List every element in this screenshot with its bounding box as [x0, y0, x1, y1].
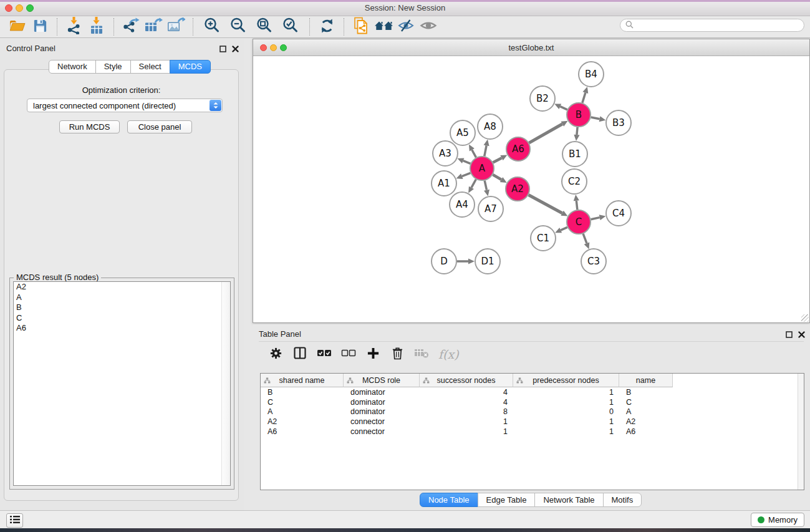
close-panel-icon[interactable] [798, 329, 805, 341]
network-from-file-button[interactable] [350, 17, 372, 37]
search-box[interactable] [620, 19, 804, 32]
delete-column-button[interactable] [390, 345, 405, 364]
network-node-A[interactable]: A [470, 157, 494, 180]
network-node-C2[interactable]: C2 [562, 169, 587, 194]
table-scrollbar[interactable] [798, 374, 804, 490]
network-node-B4[interactable]: B4 [579, 62, 604, 87]
open-session-button[interactable] [6, 17, 29, 37]
node-label: A3 [439, 148, 451, 159]
network-zoom-button[interactable] [280, 44, 287, 51]
column-header-name[interactable]: name [619, 374, 673, 387]
network-node-B3[interactable]: B3 [606, 110, 631, 135]
network-close-button[interactable] [260, 44, 267, 51]
tab-edge-table[interactable]: Edge Table [478, 493, 536, 507]
network-node-A6[interactable]: A6 [506, 137, 530, 161]
export-image-button[interactable] [165, 17, 187, 37]
close-panel-icon[interactable] [232, 44, 239, 55]
criterion-value: largest connected component (directed) [33, 99, 176, 112]
network-node-D[interactable]: D [432, 249, 456, 274]
table-row[interactable]: Adominator80A [261, 407, 804, 417]
table-row[interactable]: Cdominator41C [261, 397, 804, 407]
add-column-button[interactable] [365, 345, 380, 364]
network-node-C4[interactable]: C4 [606, 201, 631, 226]
column-header-predecessor-nodes[interactable]: predecessor nodes [513, 374, 619, 387]
tab-network[interactable]: Network [49, 60, 96, 74]
network-node-C3[interactable]: C3 [581, 249, 606, 274]
column-header-shared-name[interactable]: shared name [261, 374, 344, 387]
home-button[interactable] [372, 17, 395, 37]
column-header-successor-nodes[interactable]: successor nodes [420, 374, 513, 387]
network-node-B2[interactable]: B2 [530, 86, 555, 111]
network-node-B1[interactable]: B1 [562, 142, 587, 167]
table-cell: 4 [420, 388, 513, 397]
network-minimize-button[interactable] [270, 44, 277, 51]
column-header-MCDS-role[interactable]: MCDS role [344, 374, 420, 387]
mcds-result-item[interactable]: A [14, 293, 230, 303]
zoom-fit-button[interactable] [253, 17, 276, 37]
mcds-result-item[interactable]: B [14, 302, 230, 313]
result-list-scrollbar[interactable] [221, 282, 230, 485]
network-node-C[interactable]: C [567, 210, 591, 234]
tab-motifs[interactable]: Motifs [603, 493, 642, 507]
network-node-C1[interactable]: C1 [531, 226, 556, 251]
search-input[interactable] [637, 21, 795, 31]
table-row[interactable]: A6connector11A6 [261, 427, 804, 437]
tab-mcds[interactable]: MCDS [170, 60, 211, 74]
tab-node-table[interactable]: Node Table [420, 493, 478, 507]
export-network-button[interactable] [120, 17, 142, 37]
save-session-button[interactable] [29, 17, 51, 37]
float-panel-icon[interactable] [219, 44, 226, 55]
refresh-network-button[interactable] [316, 17, 338, 37]
import-table-button[interactable] [85, 17, 108, 37]
show-columns-button[interactable] [292, 345, 307, 364]
delete-table-icon [414, 347, 429, 361]
network-window-titlebar[interactable]: testGlobe.txt [253, 39, 809, 56]
mcds-result-item[interactable]: C [14, 313, 230, 324]
export-table-button[interactable] [142, 17, 165, 37]
network-node-A2[interactable]: A2 [506, 177, 529, 201]
float-panel-icon[interactable] [786, 329, 793, 341]
network-node-A4[interactable]: A4 [450, 192, 475, 217]
criterion-dropdown[interactable]: largest connected component (directed) [27, 99, 223, 112]
table-settings-button[interactable] [268, 345, 283, 364]
mcds-result-item[interactable]: A6 [14, 323, 230, 334]
table-cell: 1 [513, 427, 619, 436]
deselect-all-rows-button[interactable] [341, 345, 356, 364]
network-canvas[interactable]: AA1A2A3A4A5A6A7A8BB1B2B3B4CC1C2C3C4DD1 [253, 56, 809, 322]
tab-network-table[interactable]: Network Table [534, 493, 603, 507]
node-table[interactable]: shared nameMCDS rolesuccessor nodesprede… [260, 373, 804, 490]
close-panel-button[interactable]: Close panel [127, 120, 192, 133]
apply-function-button[interactable]: f(x) [438, 345, 459, 364]
memory-button[interactable]: Memory [751, 513, 804, 527]
resize-grip-icon[interactable] [801, 314, 809, 322]
unchecked-boxes-icon [341, 348, 356, 360]
select-all-rows-button[interactable] [317, 345, 332, 364]
network-node-A1[interactable]: A1 [432, 171, 456, 196]
network-node-B[interactable]: B [567, 103, 591, 127]
zoom-in-button[interactable] [201, 17, 223, 37]
delete-table-button[interactable] [414, 345, 429, 364]
export-network-icon [122, 17, 140, 36]
zoom-selected-button[interactable] [279, 17, 302, 37]
node-label: C [576, 216, 582, 228]
tab-style[interactable]: Style [95, 60, 131, 74]
network-node-A3[interactable]: A3 [433, 141, 458, 166]
network-node-A5[interactable]: A5 [450, 120, 475, 145]
zoom-out-button[interactable] [227, 17, 249, 37]
table-row[interactable]: Bdominator41B [261, 387, 804, 397]
toolbar-separator [113, 18, 114, 36]
network-node-A7[interactable]: A7 [478, 196, 503, 221]
run-mcds-button[interactable]: Run MCDS [59, 120, 120, 133]
tab-select[interactable]: Select [130, 60, 170, 74]
column-header-label: MCDS role [362, 376, 400, 385]
hide-graphics-details-button[interactable] [395, 17, 417, 37]
show-graphics-details-button[interactable] [417, 17, 440, 37]
import-network-button[interactable] [63, 17, 85, 37]
mcds-result-item[interactable]: A2 [14, 282, 230, 293]
mcds-result-list[interactable]: A2ABCA6 [13, 281, 231, 486]
task-history-button[interactable] [6, 513, 23, 528]
network-node-A8[interactable]: A8 [478, 114, 503, 139]
table-row[interactable]: A2connector11A2 [261, 417, 804, 427]
memory-status-dot-icon [758, 516, 764, 523]
network-node-D1[interactable]: D1 [475, 249, 500, 274]
